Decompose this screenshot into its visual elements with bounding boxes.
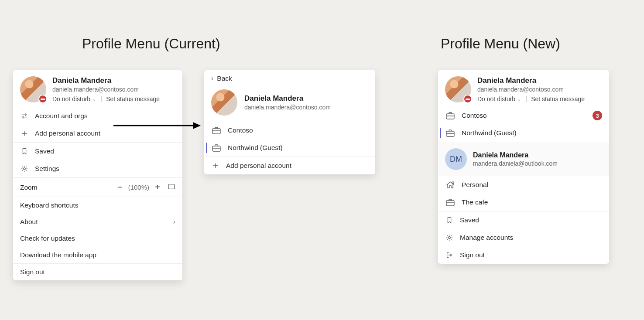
- secondary-email: mandera.daniela@outlook.com: [473, 160, 558, 167]
- menu-label: Saved: [35, 147, 54, 155]
- divider: [101, 96, 102, 102]
- briefcase-icon: [211, 126, 222, 135]
- account-and-orgs-panel: ‹ Back Daniela Mandera daniela.mandera@c…: [204, 70, 375, 174]
- org-label: The cafe: [462, 198, 488, 206]
- plus-icon: [211, 161, 220, 170]
- zoom-value: (100%): [128, 184, 149, 191]
- menu-keyboard-shortcuts[interactable]: Keyboard shortcuts: [13, 197, 182, 214]
- heading-new: Profile Menu (New): [441, 36, 560, 52]
- divider: [526, 96, 527, 102]
- gear-icon: [20, 164, 29, 173]
- svg-marker-3: [193, 122, 201, 129]
- set-status-message[interactable]: Set status message: [531, 95, 585, 102]
- svg-point-0: [24, 168, 26, 170]
- user-name: Daniela Mandera: [52, 76, 160, 85]
- status-dropdown[interactable]: Do not disturb: [477, 95, 515, 102]
- menu-label: Manage accounts: [460, 234, 513, 242]
- secondary-account[interactable]: DM Daniela Mandera mandera.daniela@outlo…: [438, 142, 609, 176]
- menu-saved[interactable]: Saved: [438, 211, 609, 229]
- chevron-right-icon: ›: [173, 218, 175, 226]
- user-name: Daniela Mandera: [477, 76, 585, 85]
- org-label: Northwind (Guest): [228, 144, 283, 152]
- menu-label: Check for updates: [20, 235, 75, 242]
- menu-label: Sign out: [20, 268, 45, 276]
- bookmark-icon: [445, 216, 454, 225]
- dnd-status-icon: [463, 95, 472, 103]
- fullscreen-icon[interactable]: [168, 184, 175, 191]
- menu-label: Download the mobile app: [20, 251, 96, 259]
- menu-saved[interactable]: Saved: [13, 143, 182, 160]
- org-item[interactable]: The cafe: [438, 194, 609, 211]
- svg-rect-9: [446, 201, 454, 206]
- zoom-out-button[interactable]: −: [114, 182, 126, 192]
- user-email: daniela.mandera@contoso.com: [244, 104, 331, 111]
- org-label: Contoso: [228, 126, 253, 134]
- avatar-initials: DM: [445, 148, 467, 170]
- chevron-left-icon: ‹: [211, 75, 213, 82]
- secondary-name: Daniela Mandera: [473, 151, 558, 159]
- svg-rect-6: [446, 114, 454, 119]
- heading-current: Profile Menu (Current): [82, 36, 220, 52]
- org-item[interactable]: Contoso: [204, 122, 375, 139]
- menu-about[interactable]: About ›: [13, 214, 182, 230]
- svg-rect-5: [212, 146, 220, 151]
- briefcase-icon: [445, 197, 456, 207]
- back-label: Back: [217, 75, 232, 82]
- user-email: daniela.mandera@contoso.com: [477, 86, 585, 93]
- sign-out-icon: [445, 251, 454, 259]
- avatar[interactable]: [20, 76, 46, 102]
- svg-rect-1: [168, 184, 175, 189]
- menu-download-app[interactable]: Download the mobile app: [13, 247, 182, 263]
- org-label: Contoso: [462, 112, 487, 119]
- zoom-control: Zoom − (100%) +: [13, 178, 182, 197]
- bookmark-icon: [20, 147, 29, 156]
- svg-point-8: [452, 182, 454, 184]
- home-icon: [445, 180, 456, 190]
- menu-sign-out[interactable]: Sign out: [438, 246, 609, 264]
- menu-label: Saved: [460, 216, 479, 224]
- svg-rect-7: [446, 131, 454, 136]
- org-item[interactable]: Contoso3: [438, 107, 609, 124]
- menu-label: Account and orgs: [35, 112, 88, 120]
- profile-menu-new: Daniela Mandera daniela.mandera@contoso.…: [438, 70, 609, 264]
- profile-menu-current: Daniela Mandera daniela.mandera@contoso.…: [13, 70, 182, 280]
- org-item[interactable]: Personal: [438, 176, 609, 194]
- menu-label: About: [20, 218, 38, 226]
- org-item[interactable]: Northwind (Guest): [204, 139, 375, 157]
- plus-icon: [20, 129, 29, 138]
- swap-arrows-icon: [20, 112, 29, 120]
- set-status-message[interactable]: Set status message: [106, 95, 160, 102]
- svg-rect-4: [212, 129, 220, 134]
- status-dropdown[interactable]: Do not disturb: [52, 95, 90, 102]
- back-button[interactable]: ‹ Back: [204, 70, 375, 87]
- menu-label: Add personal account: [35, 129, 100, 137]
- arrow-annotation: [113, 121, 201, 130]
- menu-label: Settings: [35, 165, 59, 173]
- zoom-label: Zoom: [20, 184, 38, 191]
- dnd-status-icon: [38, 95, 47, 103]
- briefcase-icon: [211, 143, 222, 153]
- menu-manage-accounts[interactable]: Manage accounts: [438, 229, 609, 246]
- menu-label: Keyboard shortcuts: [20, 201, 79, 209]
- menu-label: Sign out: [460, 251, 485, 259]
- avatar[interactable]: [445, 76, 471, 102]
- org-item[interactable]: Northwind (Guest): [438, 124, 609, 142]
- gear-icon: [445, 233, 454, 242]
- chevron-down-icon: ⌄: [92, 96, 96, 102]
- menu-check-updates[interactable]: Check for updates: [13, 230, 182, 247]
- org-label: Personal: [462, 181, 488, 189]
- notification-badge: 3: [593, 111, 602, 120]
- avatar-image: [211, 89, 237, 116]
- svg-point-10: [449, 237, 451, 239]
- menu-sign-out[interactable]: Sign out: [13, 264, 182, 280]
- briefcase-icon: [445, 128, 456, 138]
- menu-label: Add personal account: [226, 162, 291, 170]
- add-personal-account[interactable]: Add personal account: [204, 157, 375, 174]
- zoom-in-button[interactable]: +: [152, 182, 163, 192]
- org-label: Northwind (Guest): [462, 129, 517, 137]
- profile-header: Daniela Mandera daniela.mandera@contoso.…: [13, 70, 182, 107]
- chevron-down-icon: ⌄: [517, 96, 521, 102]
- menu-settings[interactable]: Settings: [13, 160, 182, 177]
- user-email: daniela.mandera@contoso.com: [52, 86, 160, 93]
- briefcase-icon: [445, 111, 456, 120]
